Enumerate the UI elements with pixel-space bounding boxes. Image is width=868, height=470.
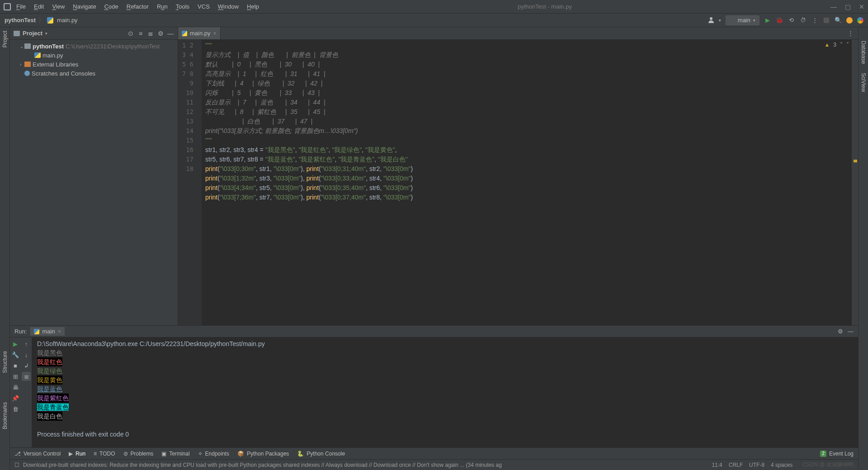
library-icon: [24, 62, 31, 67]
expand-arrow-icon[interactable]: ⌄: [20, 44, 24, 49]
tab-python-console[interactable]: 🐍 Python Console: [297, 451, 345, 457]
ide-update-icon[interactable]: [846, 17, 853, 24]
menu-window[interactable]: Window: [218, 3, 239, 10]
chevron-down-icon[interactable]: ˅: [846, 42, 849, 48]
output-line: 我是蓝色: [37, 385, 62, 393]
tab-python-packages[interactable]: 📦 Python Packages: [237, 451, 289, 457]
caret-position[interactable]: 11:4: [712, 462, 722, 468]
tab-terminal[interactable]: ▣ Terminal: [161, 451, 189, 457]
scroll-icon[interactable]: ≣: [22, 372, 31, 381]
editor: main.py × ⋮ ▲ 3 ˄ ˅ 1 2 3 4 5 6 7 8 9 10…: [178, 27, 858, 325]
run-tab[interactable]: main ×: [30, 327, 65, 336]
expand-arrow-icon[interactable]: ›: [20, 62, 24, 67]
up-arrow-icon[interactable]: ↑: [22, 339, 31, 348]
editor-tab-main[interactable]: main.py ×: [178, 27, 221, 39]
expand-all-icon[interactable]: ≡: [137, 30, 144, 37]
debug-button[interactable]: 🐞: [776, 17, 783, 24]
tab-todo[interactable]: ≡ TODO: [94, 451, 115, 457]
menu-navigate[interactable]: Navigate: [73, 3, 96, 10]
breadcrumb-root[interactable]: pythonTest: [5, 17, 36, 24]
close-button[interactable]: ✕: [859, 3, 864, 10]
editor-more-icon[interactable]: ⋮: [843, 30, 858, 37]
tab-endpoints[interactable]: ✧ Endpoints: [198, 451, 229, 457]
select-opened-file-icon[interactable]: ⊙: [127, 30, 134, 37]
project-header: Project ▾ ⊙ ≡ ≣ ⚙ —: [10, 27, 178, 40]
code-with-me-icon[interactable]: [857, 17, 863, 24]
code-area[interactable]: 1 2 3 4 5 6 7 8 9 10 11 12 13 14 15 16 1…: [178, 40, 858, 325]
down-arrow-icon[interactable]: ↓: [22, 350, 31, 359]
tree-node-root[interactable]: ⌄ pythonTest C:\Users\22231\Desktop\pyth…: [10, 42, 178, 51]
menu-refactor[interactable]: Refactor: [127, 3, 149, 10]
scratch-icon: [24, 71, 30, 76]
hide-panel-icon[interactable]: —: [167, 30, 174, 37]
menu-file[interactable]: File: [16, 3, 26, 10]
database-tool-button[interactable]: Database: [860, 41, 867, 64]
more-run-button[interactable]: ⋮: [811, 17, 818, 24]
status-icon[interactable]: ☐: [14, 462, 19, 468]
coverage-button[interactable]: ⟲: [788, 17, 795, 24]
bookmarks-tool-button[interactable]: Bookmarks: [2, 402, 8, 429]
exit-message: Process finished with exit code 0: [37, 430, 853, 439]
tree-node-external[interactable]: › External Libraries: [10, 60, 178, 69]
indent-config[interactable]: 4 spaces: [771, 462, 793, 468]
run-config-select[interactable]: main ▾: [726, 15, 760, 25]
project-tool-button[interactable]: Project: [2, 31, 8, 47]
fold-gutter[interactable]: [196, 40, 202, 325]
stop-button[interactable]: [823, 17, 830, 24]
folder-icon: [24, 43, 31, 49]
breadcrumb-file[interactable]: main.py: [57, 17, 78, 24]
warning-mark[interactable]: [854, 160, 857, 162]
stop-icon[interactable]: ■: [11, 361, 20, 370]
menu-code[interactable]: Code: [104, 3, 118, 10]
chevron-down-icon[interactable]: ▾: [45, 31, 47, 36]
layout-icon[interactable]: ⊞: [11, 372, 20, 381]
trash-icon[interactable]: 🗑: [11, 404, 20, 413]
tab-event-log[interactable]: 2 Event Log: [820, 451, 854, 457]
run-button[interactable]: ▶: [764, 17, 771, 24]
inspection-widget[interactable]: ▲ 3 ˄ ˅: [824, 42, 849, 48]
close-tab-icon[interactable]: ×: [58, 328, 61, 335]
line-separator[interactable]: CRLF: [729, 462, 743, 468]
project-title[interactable]: Project: [23, 30, 42, 37]
menu-run[interactable]: Run: [157, 3, 168, 10]
output-line: 我是白色: [37, 412, 62, 421]
sciview-tool-button[interactable]: SciView: [860, 73, 867, 92]
menu-tools[interactable]: Tools: [176, 3, 189, 10]
wrap-icon[interactable]: ↲: [22, 361, 31, 370]
editor-scrollbar[interactable]: [852, 40, 858, 325]
hide-run-icon[interactable]: —: [848, 328, 854, 335]
tab-run[interactable]: ▶ Run: [69, 451, 85, 457]
collapse-all-icon[interactable]: ≣: [147, 30, 154, 37]
tab-problems[interactable]: ⊘ Problems: [123, 451, 154, 457]
menu-help[interactable]: Help: [247, 3, 259, 10]
tab-vcs[interactable]: ⎇ Version Control: [14, 451, 61, 457]
navbar: pythonTest 〉 main.py ▾ main ▾ ▶ 🐞 ⟲ ⏱ ⋮ …: [0, 14, 868, 27]
tree-node-file[interactable]: main.py: [10, 51, 178, 60]
tree-node-scratch[interactable]: Scratches and Consoles: [10, 69, 178, 78]
chevron-down-icon: ▾: [753, 18, 755, 23]
close-tab-icon[interactable]: ×: [213, 30, 217, 37]
search-button[interactable]: 🔍: [835, 17, 842, 24]
export-icon[interactable]: 🖶: [11, 383, 20, 392]
menu-edit[interactable]: Edit: [34, 3, 44, 10]
minimize-button[interactable]: —: [830, 3, 837, 10]
pin-icon[interactable]: 📌: [11, 394, 20, 403]
code-lines[interactable]: """ 显示方式 | 值 | 颜色 | 前景色 | 背景色 默认 | 0 | 黑…: [202, 40, 852, 325]
tools-icon[interactable]: 🔧: [11, 350, 20, 359]
run-command: D:\SoftWare\Anaconda3\python.exe C:/User…: [37, 339, 853, 348]
profile-button[interactable]: ⏱: [799, 17, 807, 24]
status-message[interactable]: Download pre-built shared indexes: Reduc…: [23, 462, 712, 468]
line-gutter: 1 2 3 4 5 6 7 8 9 10 11 12 13 14 15 16 1…: [178, 40, 196, 325]
file-encoding[interactable]: UTF-8: [749, 462, 764, 468]
menu-view[interactable]: View: [52, 3, 65, 10]
user-icon[interactable]: [708, 17, 714, 24]
rerun-icon[interactable]: ▶: [11, 339, 20, 348]
structure-tool-button[interactable]: Structure: [2, 351, 8, 373]
maximize-button[interactable]: ▢: [845, 3, 851, 10]
run-settings-icon[interactable]: ⚙: [838, 328, 843, 335]
run-output[interactable]: D:\SoftWare\Anaconda3\python.exe C:/User…: [32, 337, 858, 447]
settings-icon[interactable]: ⚙: [157, 30, 164, 37]
menu-vcs[interactable]: VCS: [198, 3, 210, 10]
chevron-up-icon[interactable]: ˄: [840, 42, 843, 48]
python-file-icon: [182, 31, 187, 36]
